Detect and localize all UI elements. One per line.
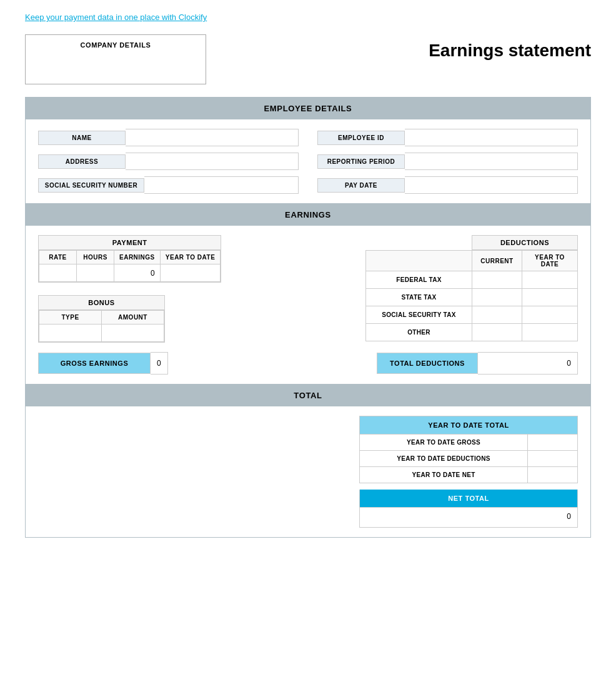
bonus-table: TYPE AMOUNT	[39, 310, 164, 342]
col-amount: AMOUNT	[102, 311, 164, 324]
earnings-body: PAYMENT RATE HOURS EARNINGS YEAR TO DATE	[26, 226, 590, 384]
federal-current[interactable]	[472, 271, 522, 289]
net-total-value[interactable]: 0	[359, 508, 578, 528]
top-link-container: Keep your payment data in one place with…	[0, 0, 616, 34]
state-label: STATE TAX	[366, 289, 472, 306]
ytd-deductions-value[interactable]	[528, 451, 578, 467]
state-current[interactable]	[472, 289, 522, 306]
ytd-net-value[interactable]	[528, 467, 578, 483]
clockify-link[interactable]: Keep your payment data in one place with…	[25, 13, 207, 22]
field-row-empid: EMPLOYEE ID	[317, 129, 578, 146]
paydate-value[interactable]	[405, 176, 578, 194]
payment-rate[interactable]	[39, 264, 77, 282]
period-label: REPORTING PERIOD	[317, 154, 405, 169]
total-deductions-label: TOTAL DEDUCTIONS	[377, 353, 478, 374]
ded-col-label	[366, 251, 472, 271]
gross-earnings-value[interactable]: 0	[151, 352, 168, 375]
ded-row-ss: SOCIAL SECURITY TAX	[366, 306, 578, 324]
period-value[interactable]	[405, 153, 578, 170]
earnings-left-col: PAYMENT RATE HOURS EARNINGS YEAR TO DATE	[38, 235, 257, 343]
employee-details-header: EMPLOYEE DETAILS	[26, 98, 590, 119]
employee-left-col: NAME ADDRESS SOCIAL SECURITY NUMBER	[38, 129, 299, 194]
ded-row-other: OTHER	[366, 324, 578, 341]
ss-label: SOCIAL SECURITY TAX	[366, 306, 472, 324]
address-value[interactable]	[126, 153, 299, 170]
ssn-value[interactable]	[144, 176, 299, 194]
ytd-table-wrapper: YEAR TO DATE TOTAL YEAR TO DATE GROSS YE…	[359, 416, 578, 528]
payment-earnings[interactable]: 0	[114, 264, 161, 282]
ssn-label: SOCIAL SECURITY NUMBER	[38, 178, 144, 193]
ded-row-state: STATE TAX	[366, 289, 578, 306]
bonus-row	[39, 324, 164, 342]
total-section: TOTAL YEAR TO DATE TOTAL YEAR TO DATE GR…	[26, 384, 590, 537]
header-row: COMPANY DETAILS Earnings statement	[25, 34, 591, 84]
net-total-header: NET TOTAL	[359, 490, 578, 508]
other-label: OTHER	[366, 324, 472, 341]
employee-details-body: NAME ADDRESS SOCIAL SECURITY NUMBER	[26, 119, 590, 203]
ytd-gross-value[interactable]	[528, 435, 578, 451]
total-section-body: YEAR TO DATE TOTAL YEAR TO DATE GROSS YE…	[26, 406, 590, 537]
main-container: EMPLOYEE DETAILS NAME ADDRESS SOCIAL	[25, 97, 591, 538]
deductions-table: CURRENT YEAR TO DATE FEDERAL TAX	[365, 250, 578, 341]
bonus-table-wrapper: BONUS TYPE AMOUNT	[38, 295, 165, 343]
bonus-amount[interactable]	[102, 324, 164, 342]
payment-table: RATE HOURS EARNINGS YEAR TO DATE	[39, 250, 221, 282]
payment-row: 0	[39, 264, 221, 282]
empid-label: EMPLOYEE ID	[317, 131, 405, 145]
bonus-header: BONUS	[39, 296, 164, 310]
ytd-total-header: YEAR TO DATE TOTAL	[359, 416, 578, 435]
field-row-name: NAME	[38, 129, 299, 146]
address-label: ADDRESS	[38, 154, 126, 169]
col-ytd: YEAR TO DATE	[160, 251, 221, 264]
ytd-row-deductions: YEAR TO DATE DEDUCTIONS	[359, 451, 578, 467]
bonus-type[interactable]	[39, 324, 102, 342]
employee-details-section: EMPLOYEE DETAILS NAME ADDRESS SOCIAL	[26, 98, 590, 203]
gross-earnings-label: GROSS EARNINGS	[38, 353, 151, 374]
payment-table-wrapper: PAYMENT RATE HOURS EARNINGS YEAR TO DATE	[38, 235, 221, 283]
ded-col-ytd: YEAR TO DATE	[522, 251, 578, 271]
other-current[interactable]	[472, 324, 522, 341]
ss-current[interactable]	[472, 306, 522, 324]
other-ytd[interactable]	[522, 324, 578, 341]
company-box: COMPANY DETAILS	[25, 34, 206, 84]
page-container: COMPANY DETAILS Earnings statement EMPLO…	[25, 34, 591, 538]
col-earnings: EARNINGS	[114, 251, 161, 264]
empid-value[interactable]	[405, 129, 578, 146]
total-ded-box: TOTAL DEDUCTIONS 0	[377, 352, 578, 375]
ytd-gross-label: YEAR TO DATE GROSS	[359, 435, 528, 451]
field-row-address: ADDRESS	[38, 153, 299, 170]
federal-label: FEDERAL TAX	[366, 271, 472, 289]
field-row-ssn: SOCIAL SECURITY NUMBER	[38, 176, 299, 194]
col-rate: RATE	[39, 251, 77, 264]
ytd-net-label: YEAR TO DATE NET	[359, 467, 528, 483]
total-deductions-value[interactable]: 0	[478, 352, 578, 375]
total-header: TOTAL	[26, 385, 590, 406]
payment-header: PAYMENT	[39, 236, 221, 250]
deductions-header: DEDUCTIONS	[472, 235, 578, 250]
state-ytd[interactable]	[522, 289, 578, 306]
company-label: COMPANY DETAILS	[81, 41, 151, 49]
earnings-section: EARNINGS PAYMENT RATE HOURS	[26, 203, 590, 384]
earnings-right-col: DEDUCTIONS CURRENT YEAR TO DATE	[276, 235, 578, 341]
field-row-paydate: PAY DATE	[317, 176, 578, 194]
federal-ytd[interactable]	[522, 271, 578, 289]
ded-row-federal: FEDERAL TAX	[366, 271, 578, 289]
paydate-label: PAY DATE	[317, 178, 405, 193]
payment-hours[interactable]	[77, 264, 114, 282]
payment-ytd[interactable]	[160, 264, 221, 282]
ytd-row-gross: YEAR TO DATE GROSS	[359, 435, 578, 451]
employee-grid: NAME ADDRESS SOCIAL SECURITY NUMBER	[38, 129, 578, 194]
ss-ytd[interactable]	[522, 306, 578, 324]
full-bottom-row: GROSS EARNINGS 0 TOTAL DEDUCTIONS 0	[38, 352, 578, 375]
ytd-row-net: YEAR TO DATE NET	[359, 467, 578, 483]
earnings-layout: PAYMENT RATE HOURS EARNINGS YEAR TO DATE	[38, 235, 578, 343]
deductions-header-row: DEDUCTIONS	[365, 235, 578, 250]
name-label: NAME	[38, 131, 126, 145]
gross-box: GROSS EARNINGS 0	[38, 352, 168, 375]
ded-col-current: CURRENT	[472, 251, 522, 271]
employee-right-col: EMPLOYEE ID REPORTING PERIOD PAY DATE	[317, 129, 578, 194]
col-hours: HOURS	[77, 251, 114, 264]
col-type: TYPE	[39, 311, 102, 324]
ytd-deductions-label: YEAR TO DATE DEDUCTIONS	[359, 451, 528, 467]
name-value[interactable]	[126, 129, 299, 146]
